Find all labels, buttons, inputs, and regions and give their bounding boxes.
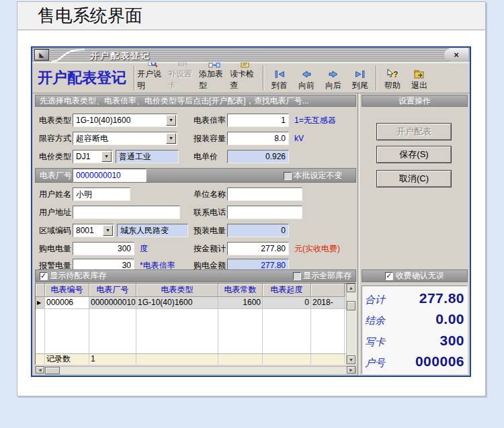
toolbar-button-first[interactable]: 到首	[266, 64, 293, 92]
app-logo-icon: ◣	[34, 49, 49, 60]
table-header-row: 电表编号 电表厂号 电表类型 电表常数 电表起度	[36, 284, 346, 297]
column-header[interactable]: 电表编号	[45, 284, 89, 297]
show-pending-checkbox[interactable]: ✓ 显示待配表库存	[40, 270, 106, 282]
show-all-checkbox[interactable]: 显示全部库存	[293, 270, 351, 282]
table-cell: 000006	[45, 297, 89, 308]
toolbar-button-label: 到首	[271, 80, 288, 91]
chevron-down-icon[interactable]: ▼	[166, 115, 176, 126]
meter-no-input[interactable]: 0000000010	[73, 169, 146, 182]
horizontal-scroll-thumb[interactable]	[45, 367, 60, 374]
purchase-kwh-label: 购电电量	[39, 242, 71, 255]
titlebar-swoosh	[50, 48, 85, 62]
chevron-down-icon[interactable]: ▼	[101, 151, 112, 162]
account-no-label: 户号	[365, 357, 385, 370]
content-card: 售电系统界面 ◣ 开户配表登记 × 开户配表登记 开户说明 +*	[17, 1, 486, 396]
record-count-label: 记录数	[45, 354, 89, 364]
table-cell: 0000000010	[89, 297, 136, 308]
toolbar-button-help[interactable]: ? 帮助	[379, 64, 406, 92]
horizontal-scrollbar[interactable]: ◄ ►	[35, 366, 356, 375]
page-header: 售电系统界面	[17, 2, 485, 30]
show-pending-label: 显示待配表库存	[50, 271, 106, 280]
user-name-label: 用户姓名	[39, 187, 71, 201]
column-header[interactable]: 电表常数	[218, 284, 263, 297]
limit-mode-value: 超容断电	[76, 134, 108, 143]
assign-meter-button: 开户配表	[376, 123, 452, 140]
user-name-input[interactable]: 小明	[73, 187, 130, 201]
meter-ratio-hint: 1=无互感器	[294, 114, 336, 127]
cancel-button[interactable]: 取消(C)	[376, 170, 452, 187]
toolbar-button-last[interactable]: 到尾	[347, 64, 374, 92]
table-footer-row: 记录数 1	[36, 353, 346, 364]
account-no-value: 000006	[415, 353, 464, 370]
toolbar-button-exit[interactable]: 退出	[406, 64, 433, 92]
write-card-value: 300	[439, 333, 464, 349]
limit-mode-combobox[interactable]: 超容断电 ▼	[73, 132, 177, 145]
scroll-up-icon[interactable]: ▲	[347, 284, 355, 292]
table-cell: 1600	[218, 297, 263, 308]
chevron-down-icon[interactable]: ▼	[103, 225, 113, 236]
balance-label: 结余	[365, 314, 385, 327]
marker-header-cell	[36, 284, 45, 297]
price-type-combobox[interactable]: DJ1 ▼	[73, 150, 113, 163]
checkbox-icon[interactable]	[284, 172, 292, 180]
region-code-combobox[interactable]: 8001 ▼	[73, 224, 114, 237]
column-header[interactable]: 电表类型	[136, 284, 218, 297]
svg-text:?: ?	[393, 70, 398, 79]
scroll-left-icon[interactable]: ◄	[36, 366, 44, 374]
checkbox-checked-icon[interactable]: ✓	[40, 272, 48, 280]
phone-input[interactable]	[227, 206, 302, 219]
toolbar-button-next[interactable]: 向后	[320, 64, 347, 92]
column-header[interactable]	[311, 284, 345, 297]
preload-kwh-field: 0	[227, 224, 289, 237]
write-card-label: 写卡	[365, 336, 385, 349]
vertical-scrollbar[interactable]: ▲ ▼	[346, 284, 355, 364]
checkbox-checked-icon[interactable]: ✓	[385, 272, 393, 280]
table-cell: 0	[263, 297, 311, 308]
help-icon: ?	[386, 68, 399, 80]
balance-row: 结余 0.00	[365, 311, 464, 327]
limit-mode-label: 限容方式	[39, 132, 71, 145]
account-no-row: 户号 000006	[365, 353, 464, 370]
user-address-input[interactable]	[73, 206, 180, 219]
stock-bar: ✓ 显示待配表库存 显示全部库存	[35, 269, 356, 282]
table-row[interactable]: ▶ 000006 0000000010 1G-10(40)1600 1600 0…	[36, 297, 346, 309]
save-button[interactable]: 保存(S)	[376, 146, 452, 163]
region-code-label: 区域编码	[39, 224, 71, 237]
price-type-value: DJ1	[76, 152, 90, 161]
batch-fixed-label: 本批设定不变	[294, 171, 342, 180]
meter-type-label: 电表类型	[39, 114, 71, 127]
chevron-down-icon[interactable]: ▼	[166, 133, 176, 144]
toolbar: 开户配表登记 开户说明 +* 补设置卡 添加表型	[32, 62, 470, 93]
by-amount-input[interactable]: 277.80	[227, 242, 289, 255]
toolbar-button-label: 添加表型	[199, 69, 230, 91]
toolbar-button-read-card-check[interactable]: 读卡检查	[230, 64, 261, 92]
scroll-down-icon[interactable]: ▼	[347, 355, 355, 364]
toolbar-button-prev[interactable]: 向前	[293, 64, 320, 92]
left-panel: 先选择电表类型、电表倍率、电价类型等后点击[开户配表]，查找电表厂号... 电表…	[34, 93, 358, 376]
vertical-scroll-thumb[interactable]	[347, 301, 355, 310]
checkbox-icon[interactable]	[293, 272, 301, 280]
batch-fixed-checkbox[interactable]: 本批设定不变	[284, 170, 342, 181]
purchase-kwh-input[interactable]: 300	[73, 242, 134, 255]
titlebar[interactable]: ◣ 开户配表登记 ×	[32, 48, 470, 62]
toolbar-button-label: 读卡检查	[230, 69, 261, 91]
meter-ratio-input[interactable]: 1	[227, 114, 289, 127]
scroll-right-icon[interactable]: ►	[347, 366, 355, 374]
close-icon[interactable]: ×	[444, 48, 468, 61]
toolbar-button-open-help[interactable]: 开户说明	[137, 64, 168, 92]
dialog-window: ◣ 开户配表登记 × 开户配表登记 开户说明 +* 补设置卡	[31, 46, 471, 377]
settings-header-label: 设置操作	[398, 95, 431, 107]
toolbar-button-add-meter-type[interactable]: 添加表型	[199, 64, 230, 92]
column-header[interactable]: 电表起度	[263, 284, 311, 297]
write-card-row: 写卡 300	[365, 333, 464, 349]
column-header[interactable]: 电表厂号	[89, 284, 136, 297]
meter-type-combobox[interactable]: 1G-10(40)1600 ▼	[73, 114, 177, 127]
balance-value: 0.00	[435, 311, 464, 327]
unit-name-input[interactable]	[227, 187, 302, 201]
user-address-label: 用户地址	[39, 206, 71, 219]
fee-confirm-checkbox[interactable]: ✓ 收费确认无误	[385, 270, 444, 282]
meter-no-label: 电表厂号	[40, 170, 72, 181]
fee-confirm-label: 收费确认无误	[396, 271, 444, 280]
capacity-input[interactable]: 8.0	[227, 132, 289, 145]
toolbar-button-label: 到尾	[352, 80, 368, 91]
